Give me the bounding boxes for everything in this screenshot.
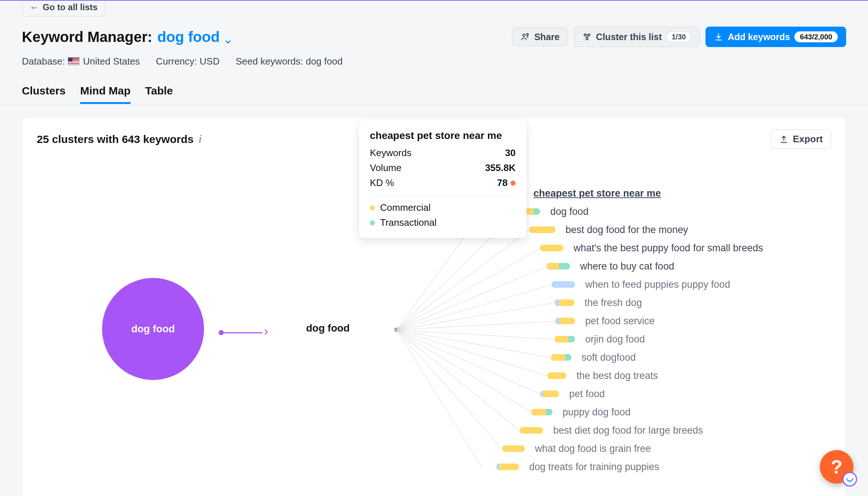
keyword-row[interactable]: the fresh dog [496,297,846,309]
cluster-tooltip: cheapest pet store near me Keywords30 Vo… [359,120,527,238]
keyword-label: dog food [550,206,589,217]
title-prefix: Keyword Manager: [22,29,152,45]
svg-point-1 [527,34,528,35]
keyword-row[interactable]: puppy dog food [496,406,846,418]
keyword-row[interactable]: dog treats for training puppies [496,461,846,473]
intent-bar [540,391,559,397]
arrow-left-icon: ← [30,3,39,12]
keyword-row[interactable]: where to buy cat food [496,260,846,272]
add-keywords-badge: 643/2,000 [794,31,838,42]
keyword-label: best dog food for the money [566,224,688,236]
keyword-label: the fresh dog [584,297,642,309]
intent-bar [552,281,575,288]
keyword-label: what's the best puppy food for small bre… [574,242,763,254]
page-title: Keyword Manager: dog food [22,29,232,45]
keyword-row[interactable]: when to feed puppies puppy food [496,279,846,290]
cluster-badge: 1/30 [666,31,691,42]
legend-transactional-dot-icon [370,220,375,225]
hub-label[interactable]: dog food [306,322,350,334]
tooltip-title: cheapest pet store near me [370,130,516,142]
keyword-row[interactable]: what's the best puppy food for small bre… [496,242,846,254]
chevron-down-icon [224,33,232,41]
list-name-dropdown[interactable]: dog food [157,29,232,45]
intent-bar [555,318,575,324]
intent-bar [555,299,574,306]
keyword-label: soft dogfood [582,352,636,363]
keyword-row[interactable]: the best dog treats [496,370,846,381]
keyword-row[interactable]: pet food service [496,315,846,327]
intent-bar [547,263,570,270]
intent-bar [502,445,525,452]
tab-table[interactable]: Table [145,85,173,104]
keyword-label: dog treats for training puppies [529,461,659,473]
keyword-row[interactable]: best diet dog food for large breeds [496,425,846,436]
add-keywords-button[interactable]: Add keywords 643/2,000 [705,27,846,47]
keyword-row[interactable]: dog food [496,206,846,217]
tab-clusters[interactable]: Clusters [22,85,66,104]
intent-bar [551,354,571,361]
intent-bar [555,336,575,342]
intent-bar [529,226,555,233]
keyword-label: best diet dog food for large breeds [553,425,703,436]
info-icon[interactable]: i [199,133,202,146]
cluster-list-button[interactable]: Cluster this list 1/30 [574,27,700,47]
svg-point-0 [523,34,525,36]
keyword-label: cheapest pet store near me [533,187,661,199]
keyword-label: when to feed puppies puppy food [585,279,730,290]
keyword-row[interactable]: pet food [496,388,846,400]
keyword-label: where to buy cat food [580,260,674,272]
root-keyword-node[interactable]: dog food [102,278,204,380]
keyword-list: cheapest pet store near medog foodbest d… [496,187,846,473]
share-button[interactable]: Share [512,27,568,46]
tab-mindmap[interactable]: Mind Map [80,85,130,104]
divider [0,104,868,104]
export-button[interactable]: Export [771,129,831,149]
arrow-icon [219,328,270,337]
tabs: Clusters Mind Map Table [22,85,846,104]
keyword-label: the best dog treats [576,370,658,381]
back-to-lists-button[interactable]: ← Go to all lists [22,1,105,16]
keyword-row[interactable]: soft dogfood [496,352,846,363]
keyword-label: pet food service [585,315,655,327]
keyword-label: what dog food is grain free [535,443,651,454]
cluster-icon [582,32,592,42]
keyword-row[interactable]: what dog food is grain free [496,443,846,454]
help-badge-icon [842,472,857,487]
keyword-label: pet food [569,388,605,400]
meta-row: Database: United States Currency: USD Se… [22,56,846,67]
keyword-row[interactable]: cheapest pet store near me [496,187,846,199]
kd-dot-icon [511,181,516,186]
keyword-label: puppy dog food [563,406,630,418]
keyword-row[interactable]: orjin dog food [496,333,846,345]
flag-us-icon [68,57,79,65]
keyword-row[interactable]: best dog food for the money [496,224,846,236]
export-icon [779,135,789,144]
card-title: 25 clusters with 643 keywords i [37,133,202,146]
intent-bar [496,464,519,470]
download-icon [714,32,723,42]
intent-bar [520,427,543,434]
intent-bar [547,372,566,379]
intent-bar [531,409,552,415]
intent-bar [540,245,563,251]
share-icon [520,32,530,42]
back-label: Go to all lists [43,2,98,12]
keyword-label: orjin dog food [585,333,645,345]
legend-commercial-dot-icon [370,205,375,210]
